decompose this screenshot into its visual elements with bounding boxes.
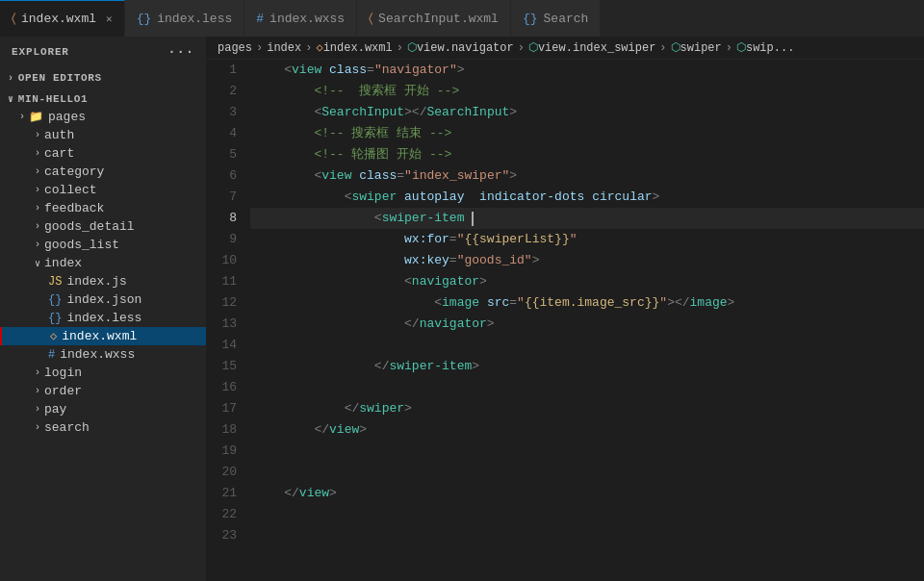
folder-auth-label: auth [44, 128, 74, 142]
code-line-10: wx:key="goods_id"> [250, 250, 924, 271]
code-line-8: <swiper-item [250, 208, 924, 229]
less-icon: {} [137, 12, 152, 26]
file-index-wxml[interactable]: ◇ index.wxml [0, 327, 206, 345]
file-label-wxml: index.wxml [62, 329, 137, 343]
main-layout: EXPLORER ··· › OPEN EDITORS ∨ MIN-HELLO1… [0, 37, 924, 581]
project-header[interactable]: ∨ MIN-HELLO1 [0, 90, 206, 108]
code-line-13: </navigator> [250, 314, 924, 335]
code-line-17: </swiper> [250, 398, 924, 419]
folder-cart[interactable]: › cart [0, 144, 206, 163]
wxss-icon: # [256, 12, 264, 26]
folder-category[interactable]: › category [0, 163, 206, 181]
folder-feedback[interactable]: › feedback [0, 199, 206, 217]
bc-sep3: › [397, 41, 403, 55]
tab-index-wxss[interactable]: # index.wxss [244, 0, 357, 37]
line-numbers: 1 2 3 4 5 6 7 8 9 10 11 12 13 14 15 16 1… [206, 60, 246, 581]
tab-close-btn[interactable]: ✕ [106, 13, 113, 25]
tab-label: Search [544, 12, 589, 26]
bc-view2-icon: ⬡ [528, 40, 538, 55]
code-editor[interactable]: 1 2 3 4 5 6 7 8 9 10 11 12 13 14 15 16 1… [206, 60, 924, 581]
folder-goods-list[interactable]: › goods_list [0, 236, 206, 254]
code-line-6: <view class="index_swiper"> [250, 165, 924, 187]
code-line-7: <swiper autoplay indicator-dots circular… [250, 187, 924, 208]
file-index-json[interactable]: {} index.json [0, 290, 206, 309]
code-line-4: <!-- 搜索框 结束 --> [250, 123, 924, 144]
wxml-icon: 〈 [12, 12, 15, 26]
bc-sep2: › [305, 41, 312, 55]
ellipsis-icon[interactable]: ··· [167, 44, 194, 60]
file-index-wxss[interactable]: # index.wxss [0, 345, 206, 364]
chevron-right-icon: › [8, 73, 14, 84]
tab-index-less[interactable]: {} index.less [125, 0, 245, 37]
code-line-9: wx:for="{{swiperList}}" [250, 229, 924, 250]
wxml-icon2: 〈 [369, 12, 372, 26]
chevron-down-icon: ∨ [8, 93, 14, 105]
file-label-wxss: index.wxss [60, 347, 135, 362]
folder-pay[interactable]: › pay [0, 400, 206, 418]
bc-sep4: › [518, 41, 525, 55]
wxml-file-icon: ◇ [50, 329, 57, 343]
project-label: MIN-HELLO1 [18, 93, 89, 105]
order-chevron: › [35, 386, 40, 396]
folder-index[interactable]: ∨ index [0, 254, 206, 272]
folder-icon: 📁 [29, 110, 43, 124]
file-index-js[interactable]: JS index.js [0, 272, 206, 290]
open-editors-header[interactable]: › OPEN EDITORS [0, 69, 206, 87]
code-line-11: <navigator> [250, 271, 924, 292]
code-line-3: <SearchInput></SearchInput> [250, 102, 924, 123]
sidebar: EXPLORER ··· › OPEN EDITORS ∨ MIN-HELLO1… [0, 37, 206, 581]
folder-goods-detail[interactable]: › goods_detail [0, 217, 206, 236]
bc-pages: pages [218, 41, 252, 55]
open-editors-label: OPEN EDITORS [18, 72, 102, 84]
code-line-19 [250, 441, 924, 462]
sidebar-actions: ··· [167, 44, 194, 60]
tab-searchinput-wxml[interactable]: 〈 SearchInput.wxml [357, 0, 511, 37]
login-chevron: › [35, 367, 40, 378]
pages-chevron: › [19, 112, 25, 122]
tab-search[interactable]: {} Search [511, 0, 601, 37]
tab-label: index.wxss [270, 12, 345, 26]
code-line-5: <!-- 轮播图 开始 --> [250, 144, 924, 165]
bc-view2: view.index_swiper [538, 41, 655, 55]
pay-chevron: › [35, 404, 40, 415]
folder-category-label: category [44, 164, 104, 179]
collect-chevron: › [35, 185, 40, 195]
bc-sep5: › [659, 41, 666, 55]
code-line-22 [250, 504, 924, 525]
file-index-less[interactable]: {} index.less [0, 309, 206, 327]
code-line-18: </view> [250, 419, 924, 441]
folder-auth[interactable]: › auth [0, 126, 206, 144]
bc-sep1: › [256, 41, 263, 55]
sidebar-header: EXPLORER ··· [0, 37, 206, 67]
bc-view1: view.navigator [417, 41, 514, 55]
bc-swiper: swiper [680, 41, 722, 55]
folder-collect[interactable]: › collect [0, 181, 206, 199]
tab-bar: 〈 index.wxml ✕ {} index.less # index.wxs… [0, 0, 924, 37]
breadcrumb: pages › index › ◇ index.wxml › ⬡ view.na… [206, 37, 924, 60]
tab-index-wxml[interactable]: 〈 index.wxml ✕ [0, 0, 125, 37]
folder-login[interactable]: › login [0, 364, 206, 382]
code-line-16 [250, 377, 924, 398]
folder-order[interactable]: › order [0, 382, 206, 400]
folder-index-label: index [44, 256, 82, 270]
folder-pay-label: pay [44, 402, 66, 417]
code-line-15: </swiper-item> [250, 356, 924, 377]
tab-label: index.wxml [21, 12, 96, 26]
category-chevron: › [35, 166, 40, 177]
bc-swip-icon: ⬡ [736, 40, 746, 55]
folder-search-label: search [44, 420, 90, 435]
auth-chevron: › [35, 130, 40, 140]
folder-login-label: login [44, 366, 82, 380]
file-label-less: index.less [66, 311, 141, 325]
folder-goods-detail-label: goods_detail [44, 219, 135, 234]
json-icon: {} [48, 293, 62, 307]
code-line-20 [250, 462, 924, 483]
bc-index: index [267, 41, 301, 55]
code-content[interactable]: <view class="navigator"> <!-- 搜索框 开始 -->… [246, 60, 924, 581]
feedback-chevron: › [35, 203, 40, 214]
bc-view1-icon: ⬡ [407, 40, 417, 55]
search-tab-icon: {} [523, 12, 538, 26]
folder-search[interactable]: › search [0, 418, 206, 437]
goods-list-chevron: › [35, 240, 40, 250]
folder-pages[interactable]: › 📁 pages [0, 108, 206, 126]
